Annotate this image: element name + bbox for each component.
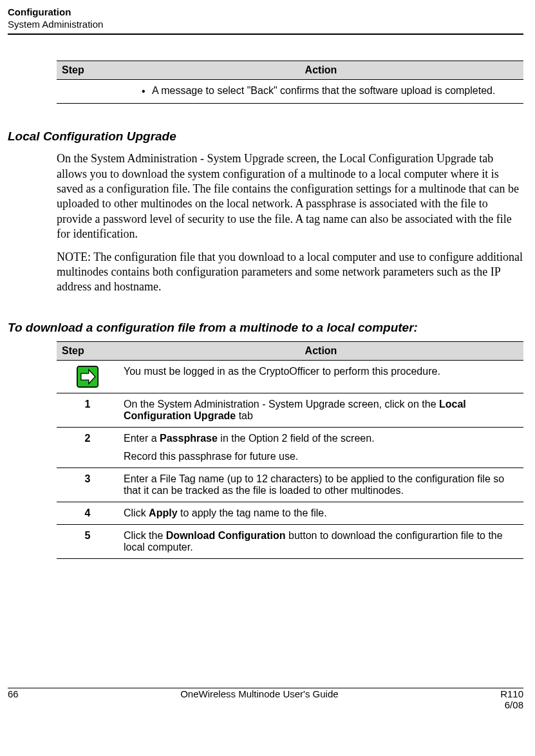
action-cell: On the System Administration - System Up… bbox=[118, 393, 523, 427]
action-cell: • A message to select "Back" confirms th… bbox=[118, 79, 523, 104]
step-number: 1 bbox=[57, 393, 118, 427]
col-header-step: Step bbox=[57, 341, 118, 360]
table-row: 1 On the System Administration - System … bbox=[57, 393, 523, 427]
step-cell-empty bbox=[57, 79, 118, 104]
footer-center-text: OneWireless Multinode User's Guide bbox=[180, 688, 338, 710]
col-header-action: Action bbox=[118, 341, 523, 360]
footer-date: 6/08 bbox=[500, 699, 523, 710]
table-header-row: Step Action bbox=[57, 341, 523, 360]
table-row: 5 Click the Download Configuration butto… bbox=[57, 524, 523, 558]
arrow-note-icon bbox=[77, 366, 99, 388]
page-footer: 66 OneWireless Multinode User's Guide R1… bbox=[8, 688, 523, 710]
action-text: Enter a File Tag name (up to 12 characte… bbox=[124, 473, 518, 496]
body-paragraph: On the System Administration - System Up… bbox=[57, 151, 523, 241]
col-header-action: Action bbox=[118, 61, 523, 79]
page-header: Configuration System Administration bbox=[8, 6, 523, 31]
step-number: 5 bbox=[57, 524, 118, 558]
action-cell: Enter a File Tag name (up to 12 characte… bbox=[118, 468, 523, 502]
body-paragraph-note: NOTE: The configuration file that you do… bbox=[57, 250, 523, 295]
table-header-row: Step Action bbox=[57, 61, 523, 79]
action-text: Click the Download Configuration button … bbox=[124, 530, 518, 553]
header-subtitle: System Administration bbox=[8, 19, 523, 31]
action-text: Enter a Passphrase in the Option 2 field… bbox=[124, 433, 518, 444]
col-header-step: Step bbox=[57, 61, 118, 79]
section-title-download-procedure: To download a configuration file from a … bbox=[8, 321, 523, 335]
action-cell: Click the Download Configuration button … bbox=[118, 524, 523, 558]
header-title: Configuration bbox=[8, 6, 523, 19]
footer-revision: R110 bbox=[500, 688, 523, 699]
action-cell: Enter a Passphrase in the Option 2 field… bbox=[118, 427, 523, 468]
table-row: You must be logged in as the CryptoOffic… bbox=[57, 360, 523, 393]
footer-page-number: 66 bbox=[8, 688, 19, 710]
table-row: 3 Enter a File Tag name (up to 12 charac… bbox=[57, 468, 523, 502]
action-text: On the System Administration - System Up… bbox=[124, 399, 518, 422]
action-text: Click Apply to apply the tag name to the… bbox=[124, 507, 518, 519]
table-row: 4 Click Apply to apply the tag name to t… bbox=[57, 502, 523, 524]
step-table-continuation: Step Action • A message to select "Back"… bbox=[57, 61, 523, 104]
table-row: • A message to select "Back" confirms th… bbox=[57, 79, 523, 104]
bullet-text: A message to select "Back" confirms that… bbox=[152, 85, 518, 99]
step-number: 4 bbox=[57, 502, 118, 524]
bullet-icon: • bbox=[142, 85, 152, 99]
table-row: 2 Enter a Passphrase in the Option 2 fie… bbox=[57, 427, 523, 468]
step-number: 3 bbox=[57, 468, 118, 502]
action-text: Record this passphrase for future use. bbox=[124, 451, 518, 462]
action-text: You must be logged in as the CryptoOffic… bbox=[124, 366, 518, 377]
action-cell: Click Apply to apply the tag name to the… bbox=[118, 502, 523, 524]
step-cell-icon bbox=[57, 360, 118, 393]
step-number: 2 bbox=[57, 427, 118, 468]
step-table-download: Step Action You must be logged in as the… bbox=[57, 341, 523, 559]
section-title-local-config-upgrade: Local Configuration Upgrade bbox=[8, 129, 523, 144]
action-cell: You must be logged in as the CryptoOffic… bbox=[118, 360, 523, 393]
